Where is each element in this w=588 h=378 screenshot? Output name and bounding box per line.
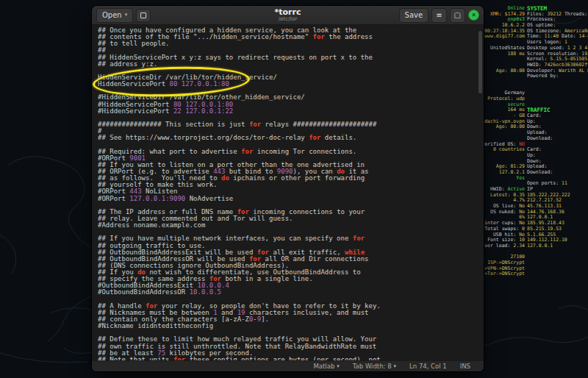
conky-row: SYSTEM — [527, 6, 588, 12]
conky-row — [527, 142, 588, 148]
desktop: OnlineXMR: $174.29enp0s310.6.2.208:00:27… — [0, 0, 588, 378]
close-button[interactable]: ✕ — [468, 10, 479, 21]
conky-row: Upload: — [527, 130, 588, 136]
conky-row: 5.1.66.255 — [527, 232, 588, 238]
chevron-down-icon: ▾ — [337, 363, 340, 369]
conky-row: OS uptime: — [527, 23, 588, 29]
conky-row: Up: — [527, 119, 588, 125]
conky-row: Download: — [527, 170, 588, 176]
conky-system-column: SYSTEMFiles: 39212 Threads:Processes:OS … — [527, 6, 588, 249]
text-editor-window: Open ▾ *torrc /etc/tor Save ≡ ▢ — [92, 6, 484, 371]
conky-row: 185.222.222.222 — [527, 193, 588, 199]
open-button-label: Open — [102, 12, 122, 19]
code-line: #ORPort 127.0.0.1:9090 NoAdvertise — [98, 196, 484, 202]
new-document-icon — [140, 13, 146, 18]
conky-row: Screen resolution: 1920 — [527, 51, 588, 57]
code-line: #Nickname ididntedittheconfig — [98, 323, 484, 329]
chevron-down-icon: ▾ — [394, 363, 397, 369]
editor-statusbar: Matlab ▾ Tab Width: 8 ▾ Ln 74, Col 1 INS — [92, 360, 484, 371]
code-line: #HiddenServicePort 22 127.0.0.1:22 — [98, 108, 484, 115]
conky-row — [527, 90, 588, 96]
new-document-button[interactable] — [136, 9, 151, 22]
conky-row: TRAFFIC — [527, 107, 588, 113]
scrollbar-thumb[interactable] — [478, 31, 482, 93]
conky-row: Processes: — [527, 17, 588, 23]
conky-row: 85.215.19.53 — [527, 227, 588, 232]
conky-row: 45.76.113.31 — [527, 204, 588, 210]
conky-row: OS timezone: AmericaNew_York — [527, 29, 588, 35]
conky-row: Download: — [527, 136, 588, 142]
code-line: ################ This section is just fo… — [98, 121, 484, 128]
chevron-down-icon: ▾ — [125, 13, 128, 18]
code-line: ## Note that units for these config opti… — [98, 357, 484, 360]
conky-row: Desktop used: 1 2 3 4 — [527, 46, 588, 51]
insert-mode-indicator: INS — [460, 363, 470, 370]
conky-row: 149.112.112.10 — [527, 238, 588, 243]
conky-row — [527, 85, 588, 91]
conky-row: Open ports: 11 — [527, 181, 588, 187]
conky-row: Powered by: — [527, 74, 588, 79]
conky-row: Card: — [527, 147, 588, 153]
document-title: *torrc — [275, 8, 301, 16]
conky-row: 127.0.0.1 — [527, 215, 588, 221]
conky-row: Upload: — [527, 164, 588, 170]
conky-row: Developer: Warith AL Maawali — [527, 68, 588, 74]
code-line: ## to tell people. — [98, 40, 484, 47]
close-icon: ✕ — [471, 13, 476, 18]
scrollbar[interactable] — [478, 28, 482, 359]
open-button[interactable]: Open ▾ — [96, 8, 133, 23]
language-label: Matlab — [313, 363, 334, 370]
conky-row: Users logon: 1 — [527, 40, 588, 46]
hamburger-icon: ≡ — [436, 12, 442, 19]
cursor-position: Ln 74, Col 1 — [409, 363, 447, 370]
conky-row: Kernel: 5.15.5-051505-generic — [527, 57, 588, 63]
conky-row: HWID: 7426ecb3630602f9 — [527, 63, 588, 68]
tab-width-label: Tab Width: 8 — [353, 363, 392, 370]
conky-row: Up: — [527, 153, 588, 159]
document-path: /etc/tor — [275, 16, 301, 23]
conky-row: 127.0.0.1 — [527, 243, 588, 249]
editor-headerbar: Open ▾ *torrc /etc/tor Save ≡ ▢ — [92, 6, 484, 25]
conky-row: Card: — [527, 113, 588, 119]
conky-row: Down: — [527, 159, 588, 165]
conky-row: Down: — [527, 124, 588, 130]
conky-row — [527, 96, 588, 102]
tab-width-selector[interactable]: Tab Width: 8 ▾ — [353, 363, 396, 370]
conky-row: Time: 11:40 Date: 14-03 — [527, 34, 588, 40]
code-line: ## address y:z. — [98, 61, 484, 68]
language-selector[interactable]: Matlab ▾ — [313, 363, 339, 370]
maximize-button[interactable]: ▢ — [450, 8, 465, 23]
code-line: ## See https://www.torproject.org/docs/t… — [98, 135, 484, 141]
conky-row: 185.95.218.43 — [527, 221, 588, 227]
conky-row — [527, 176, 588, 182]
save-button[interactable]: Save — [399, 8, 429, 23]
conky-row: 212.7.217.52 — [527, 198, 588, 204]
conky-row: IP — [527, 187, 588, 193]
system-monitor-panel: OnlineXMR: $174.29enp0s310.6.2.208:00:27… — [481, 0, 588, 378]
maximize-icon: ▢ — [454, 12, 461, 19]
conky-row: Files: 39212 Threads: — [527, 12, 588, 18]
code-line: #OutboundBindAddressOR 10.0.0.5 — [98, 289, 484, 296]
conky-row — [527, 102, 588, 108]
conky-row: 144.76.168.36 — [527, 210, 588, 215]
menu-button[interactable]: ≡ — [431, 8, 446, 23]
code-line: #Address noname.example.com — [98, 222, 484, 229]
code-line: ## Required: what port to advertise for … — [98, 149, 484, 155]
window-title-area: *torrc /etc/tor — [275, 8, 301, 23]
conky-row — [527, 79, 588, 85]
